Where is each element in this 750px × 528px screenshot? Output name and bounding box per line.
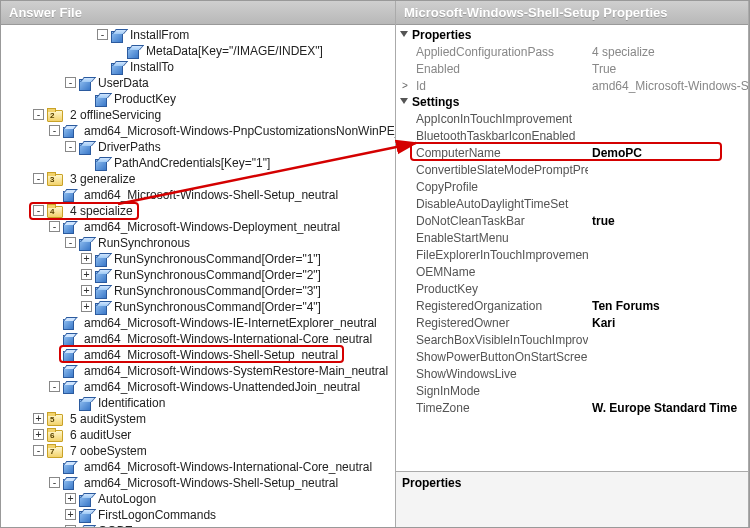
expand-icon[interactable]: +	[33, 429, 44, 440]
tree-node-label[interactable]: OOBE	[96, 524, 135, 527]
collapse-icon[interactable]: -	[33, 445, 44, 456]
properties-grid[interactable]: PropertiesAppliedConfigurationPass4 spec…	[396, 25, 748, 471]
tree-node-label[interactable]: amd64_Microsoft-Windows-Shell-Setup_neut…	[82, 348, 340, 362]
tree-node-label[interactable]: RunSynchronous	[96, 236, 192, 250]
property-row[interactable]: ComputerNameDemoPC	[396, 144, 748, 161]
property-row[interactable]: BluetoothTaskbarIconEnabled	[396, 127, 748, 144]
collapse-icon[interactable]: -	[49, 125, 60, 136]
property-row[interactable]: RegisteredOrganizationTen Forums	[396, 297, 748, 314]
collapse-icon[interactable]: -	[65, 141, 76, 152]
expand-icon[interactable]: +	[33, 413, 44, 424]
tree-node-label[interactable]: DriverPaths	[96, 140, 163, 154]
collapse-icon[interactable]: -	[33, 173, 44, 184]
tree-node-label[interactable]: RunSynchronousCommand[Order="3"]	[112, 284, 323, 298]
tree-node-label[interactable]: amd64_Microsoft-Windows-International-Co…	[82, 332, 374, 346]
tree-node[interactable]: MetaData[Key="/IMAGE/INDEX"]	[1, 43, 395, 59]
tree-node[interactable]: amd64_Microsoft-Windows-SystemRestore-Ma…	[1, 363, 395, 379]
property-value[interactable]: W. Europe Standard Time	[588, 401, 748, 415]
tree-node[interactable]: InstallTo	[1, 59, 395, 75]
answer-file-tree[interactable]: -InstallFromMetaData[Key="/IMAGE/INDEX"]…	[1, 25, 395, 527]
tree-node-label[interactable]: RunSynchronousCommand[Order="4"]	[112, 300, 323, 314]
tree-node-label[interactable]: ProductKey	[112, 92, 178, 106]
tree-node-label[interactable]: amd64_Microsoft-Windows-International-Co…	[82, 460, 374, 474]
collapse-icon[interactable]: -	[97, 29, 108, 40]
tree-node-label[interactable]: 3 generalize	[68, 172, 137, 186]
property-row[interactable]: DisableAutoDaylightTimeSet	[396, 195, 748, 212]
property-category[interactable]: Settings	[396, 94, 748, 110]
tree-node-label[interactable]: InstallTo	[128, 60, 176, 74]
tree-node-label[interactable]: Identification	[96, 396, 167, 410]
property-row[interactable]: ShowWindowsLive	[396, 365, 748, 382]
tree-node[interactable]: amd64_Microsoft-Windows-Shell-Setup_neut…	[1, 347, 395, 363]
tree-node[interactable]: +RunSynchronousCommand[Order="3"]	[1, 283, 395, 299]
tree-node[interactable]: -RunSynchronous	[1, 235, 395, 251]
tree-node[interactable]: +RunSynchronousCommand[Order="1"]	[1, 251, 395, 267]
expand-icon[interactable]: +	[65, 493, 76, 504]
tree-node-label[interactable]: RunSynchronousCommand[Order="1"]	[112, 252, 323, 266]
tree-node[interactable]: -amd64_Microsoft-Windows-UnattendedJoin_…	[1, 379, 395, 395]
tree-node[interactable]: -DriverPaths	[1, 139, 395, 155]
tree-node-label[interactable]: 7 oobeSystem	[68, 444, 149, 458]
tree-node[interactable]: PathAndCredentials[Key="1"]	[1, 155, 395, 171]
tree-node[interactable]: -amd64_Microsoft-Windows-PnpCustomizatio…	[1, 123, 395, 139]
tree-node-label[interactable]: UserData	[96, 76, 151, 90]
property-row[interactable]: OEMName	[396, 263, 748, 280]
property-row[interactable]: CopyProfile	[396, 178, 748, 195]
property-row[interactable]: ConvertibleSlateModePromptPreference	[396, 161, 748, 178]
tree-node[interactable]: amd64_Microsoft-Windows-IE-InternetExplo…	[1, 315, 395, 331]
property-row[interactable]: TimeZoneW. Europe Standard Time	[396, 399, 748, 416]
property-row[interactable]: EnabledTrue	[396, 60, 748, 77]
tree-node-label[interactable]: FirstLogonCommands	[96, 508, 218, 522]
tree-node[interactable]: +OOBE	[1, 523, 395, 527]
tree-node[interactable]: -44 specialize	[1, 203, 395, 219]
expand-icon[interactable]: +	[81, 301, 92, 312]
property-row[interactable]: AppliedConfigurationPass4 specialize	[396, 43, 748, 60]
tree-node-label[interactable]: PathAndCredentials[Key="1"]	[112, 156, 272, 170]
collapse-icon[interactable]: -	[49, 381, 60, 392]
tree-node-label[interactable]: InstallFrom	[128, 28, 191, 42]
collapse-icon[interactable]: -	[65, 77, 76, 88]
tree-node[interactable]: +RunSynchronousCommand[Order="4"]	[1, 299, 395, 315]
tree-node-label[interactable]: amd64_Microsoft-Windows-UnattendedJoin_n…	[82, 380, 362, 394]
tree-node[interactable]: +AutoLogon	[1, 491, 395, 507]
tree-node[interactable]: amd64_Microsoft-Windows-Shell-Setup_neut…	[1, 187, 395, 203]
property-value[interactable]: Kari	[588, 316, 748, 330]
property-row[interactable]: EnableStartMenu	[396, 229, 748, 246]
collapse-icon[interactable]: -	[33, 205, 44, 216]
tree-node-label[interactable]: MetaData[Key="/IMAGE/INDEX"]	[144, 44, 325, 58]
tree-node-label[interactable]: amd64_Microsoft-Windows-IE-InternetExplo…	[82, 316, 379, 330]
property-value[interactable]: DemoPC	[588, 146, 748, 160]
tree-node-label[interactable]: 2 offlineServicing	[68, 108, 163, 122]
tree-node-label[interactable]: AutoLogon	[96, 492, 158, 506]
tree-node[interactable]: +66 auditUser	[1, 427, 395, 443]
tree-node[interactable]: Identification	[1, 395, 395, 411]
tree-node[interactable]: -77 oobeSystem	[1, 443, 395, 459]
collapse-triangle-icon[interactable]	[400, 98, 408, 104]
expand-icon[interactable]: +	[81, 285, 92, 296]
property-value[interactable]: Ten Forums	[588, 299, 748, 313]
tree-node[interactable]: +FirstLogonCommands	[1, 507, 395, 523]
collapse-icon[interactable]: -	[65, 237, 76, 248]
expand-icon[interactable]: +	[81, 269, 92, 280]
property-row[interactable]: FileExplorerInTouchImprovement	[396, 246, 748, 263]
tree-node-label[interactable]: amd64_Microsoft-Windows-PnpCustomization…	[82, 124, 395, 138]
tree-node[interactable]: -UserData	[1, 75, 395, 91]
property-row[interactable]: RegisteredOwnerKari	[396, 314, 748, 331]
property-row[interactable]: SearchBoxVisibleInTouchImprovement	[396, 331, 748, 348]
property-row[interactable]: DoNotCleanTaskBartrue	[396, 212, 748, 229]
tree-node[interactable]: -33 generalize	[1, 171, 395, 187]
tree-node[interactable]: +RunSynchronousCommand[Order="2"]	[1, 267, 395, 283]
expand-icon[interactable]: +	[81, 253, 92, 264]
tree-node[interactable]: ProductKey	[1, 91, 395, 107]
tree-node[interactable]: amd64_Microsoft-Windows-International-Co…	[1, 459, 395, 475]
tree-node-label[interactable]: RunSynchronousCommand[Order="2"]	[112, 268, 323, 282]
tree-node[interactable]: -22 offlineServicing	[1, 107, 395, 123]
collapse-icon[interactable]: -	[49, 221, 60, 232]
expand-icon[interactable]: +	[65, 509, 76, 520]
tree-node[interactable]: -amd64_Microsoft-Windows-Deployment_neut…	[1, 219, 395, 235]
tree-node-label[interactable]: amd64_Microsoft-Windows-SystemRestore-Ma…	[82, 364, 390, 378]
tree-node[interactable]: amd64_Microsoft-Windows-International-Co…	[1, 331, 395, 347]
row-expander-gutter[interactable]: >	[396, 80, 414, 91]
tree-node-label[interactable]: 4 specialize	[68, 204, 135, 218]
property-row[interactable]: >Idamd64_Microsoft-Windows-Shell-Setup_	[396, 77, 748, 94]
